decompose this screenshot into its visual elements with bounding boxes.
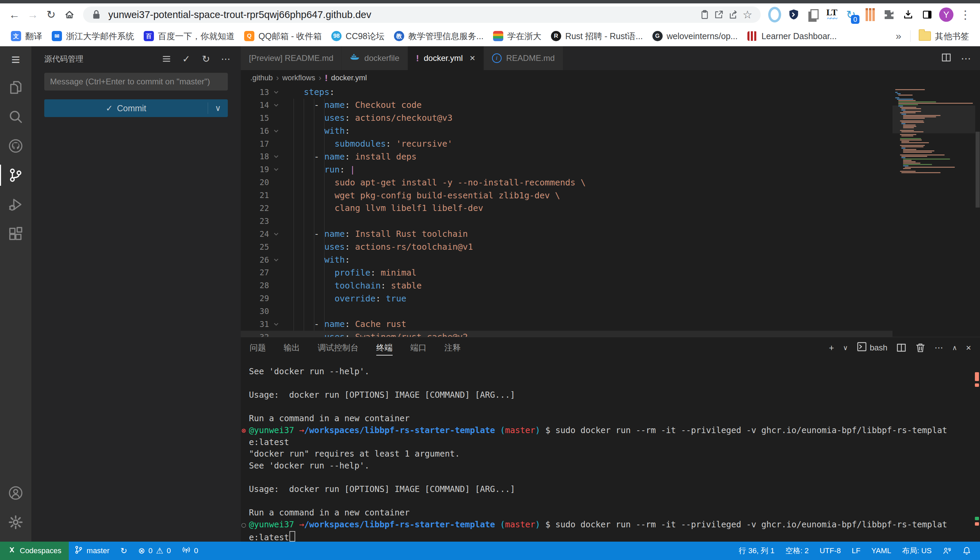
- home-icon[interactable]: [62, 7, 77, 22]
- fold-chevron-icon[interactable]: [269, 256, 283, 264]
- share-icon[interactable]: [726, 7, 740, 22]
- code-line[interactable]: 17 submodules: 'recursive': [241, 137, 980, 150]
- code-line[interactable]: 15 uses: actions/checkout@v3: [241, 112, 980, 125]
- sidebar-item-github[interactable]: [0, 131, 31, 161]
- code-line[interactable]: 25 uses: actions-rs/toolchain@v1: [241, 240, 980, 253]
- bookmark-item[interactable]: 文翻译: [6, 28, 47, 44]
- editor-more-actions-icon[interactable]: ⋯: [961, 52, 971, 64]
- sidebar-item-search[interactable]: [0, 102, 31, 131]
- bookmark-item[interactable]: RRust 招聘 - Rust语...: [546, 28, 648, 44]
- forward-icon[interactable]: →: [25, 7, 40, 22]
- languagetool-icon[interactable]: LT~~~: [824, 7, 840, 22]
- open-in-new-icon[interactable]: [712, 7, 726, 22]
- code-line[interactable]: 14 - name: Checkout code: [241, 99, 980, 112]
- code-line[interactable]: 16 with:: [241, 125, 980, 137]
- commit-button[interactable]: ✓Commit ∨: [44, 99, 228, 117]
- branch-indicator[interactable]: master: [69, 542, 115, 560]
- close-panel-icon[interactable]: ×: [966, 343, 971, 353]
- editor-scrollbar[interactable]: [975, 86, 980, 337]
- code-line[interactable]: 18 - name: install deps: [241, 150, 980, 163]
- commit-check-icon[interactable]: ✓: [181, 53, 192, 64]
- breadcrumb[interactable]: .github › workflows › ! docker.yml: [241, 70, 980, 86]
- new-terminal-icon[interactable]: +: [829, 343, 834, 353]
- extension-copy-icon[interactable]: [805, 7, 821, 22]
- problems-indicator[interactable]: ⊗0 ⚠0: [133, 542, 176, 560]
- menu-hamburger-icon[interactable]: ≡: [0, 46, 31, 73]
- editor-tab[interactable]: !docker.yml×: [408, 46, 484, 70]
- panel-tab[interactable]: 端口: [410, 337, 426, 358]
- downloads-icon[interactable]: [900, 7, 916, 22]
- sidebar-item-explorer[interactable]: [0, 73, 31, 102]
- bookmarks-overflow-chevron[interactable]: »: [890, 30, 907, 42]
- extensions-puzzle-icon[interactable]: [881, 7, 897, 22]
- sync-extension-icon[interactable]: ↻0: [843, 7, 859, 22]
- split-editor-icon[interactable]: [941, 52, 952, 64]
- code-line[interactable]: 30: [241, 305, 980, 318]
- more-actions-icon[interactable]: ⋯: [220, 53, 231, 64]
- view-list-icon[interactable]: [161, 53, 172, 64]
- code-line[interactable]: 24 - name: Install Rust toolchain: [241, 228, 980, 240]
- fold-chevron-icon[interactable]: [269, 102, 283, 109]
- fold-chevron-icon[interactable]: [269, 320, 283, 328]
- panel-tab[interactable]: 调试控制台: [318, 337, 359, 358]
- editor-tab[interactable]: [Preview] README.md: [241, 46, 342, 70]
- fold-chevron-icon[interactable]: [269, 230, 283, 238]
- code-line[interactable]: 31 - name: Cache rust: [241, 318, 980, 331]
- bookmark-item[interactable]: 学在浙大: [488, 28, 546, 44]
- editor-tab[interactable]: iREADME.md: [484, 46, 564, 70]
- split-terminal-icon[interactable]: [896, 343, 906, 353]
- fold-chevron-icon[interactable]: [269, 153, 283, 160]
- bookmark-item[interactable]: 98CC98论坛: [326, 28, 389, 44]
- side-panel-icon[interactable]: [920, 7, 935, 22]
- code-editor[interactable]: 13 steps:14 - name: Checkout code15 uses…: [241, 86, 980, 337]
- fold-chevron-icon[interactable]: [269, 127, 283, 135]
- terminal-output[interactable]: See 'docker run --help'.Usage: docker ru…: [241, 358, 980, 542]
- sync-status-button[interactable]: ↻: [115, 542, 133, 560]
- account-icon[interactable]: [0, 478, 31, 508]
- extension-oval-icon[interactable]: [767, 7, 783, 22]
- refresh-icon[interactable]: ↻: [201, 53, 211, 64]
- clipboard-icon[interactable]: [697, 7, 712, 22]
- reload-icon[interactable]: ↻: [43, 7, 59, 22]
- fold-chevron-icon[interactable]: [269, 166, 283, 173]
- other-bookmarks-button[interactable]: 其他书签: [914, 28, 974, 44]
- editor-tab[interactable]: dockerfile: [342, 46, 408, 70]
- feedback-icon[interactable]: [937, 542, 957, 560]
- bookmark-item[interactable]: 教教学管理信息服务...: [389, 28, 488, 44]
- terminal-dropdown-chevron-icon[interactable]: ∨: [843, 343, 848, 352]
- indentation-setting[interactable]: 空格: 2: [780, 542, 814, 560]
- pencils-extension-icon[interactable]: [862, 7, 878, 22]
- back-icon[interactable]: ←: [7, 7, 22, 22]
- bookmark-item[interactable]: Gweloveinterns/op...: [648, 29, 743, 43]
- code-line[interactable]: 19 run: |: [241, 163, 980, 176]
- ports-indicator[interactable]: 0: [176, 542, 204, 560]
- extension-shield-icon[interactable]: [786, 7, 801, 22]
- kill-terminal-icon[interactable]: [915, 343, 925, 353]
- code-line[interactable]: 27 profile: minimal: [241, 266, 980, 279]
- language-mode[interactable]: YAML: [866, 542, 896, 560]
- notifications-bell-icon[interactable]: [957, 542, 977, 560]
- code-line[interactable]: 21 wget pkg-config build-essential zlib1…: [241, 189, 980, 202]
- maximize-panel-icon[interactable]: ∧: [952, 343, 957, 352]
- url-text[interactable]: yunwei37-potential-space-trout-rpr5qwj66…: [108, 9, 697, 20]
- settings-gear-icon[interactable]: [0, 508, 31, 537]
- eol-setting[interactable]: LF: [846, 542, 866, 560]
- remote-indicator[interactable]: Codespaces: [0, 542, 69, 560]
- sidebar-item-run-debug[interactable]: [0, 190, 31, 219]
- browser-menu-kebab-icon[interactable]: ⋮: [958, 7, 973, 22]
- keyboard-layout[interactable]: 布局: US: [896, 542, 937, 560]
- code-line[interactable]: 13 steps:: [241, 86, 980, 99]
- panel-tab[interactable]: 终端: [376, 337, 393, 358]
- panel-tab[interactable]: 输出: [284, 337, 300, 358]
- close-icon[interactable]: ×: [470, 53, 475, 63]
- cursor-position[interactable]: 行 36, 列 1: [733, 542, 780, 560]
- bookmark-item[interactable]: 百百度一下，你就知道: [139, 28, 239, 44]
- bookmark-item[interactable]: ✉浙江大学邮件系统: [47, 28, 139, 44]
- panel-tab[interactable]: 注释: [444, 337, 461, 358]
- bookmark-item[interactable]: Learner Dashboar...: [743, 29, 841, 43]
- profile-avatar[interactable]: Y: [938, 7, 954, 22]
- bookmark-item[interactable]: QQQ邮箱 - 收件箱: [239, 28, 326, 44]
- code-line[interactable]: 22 clang llvm libelf1 libelf-dev: [241, 202, 980, 215]
- code-line[interactable]: 32 uses: Swatinem/rust-cache@v2: [241, 331, 980, 337]
- code-line[interactable]: 26 with:: [241, 253, 980, 267]
